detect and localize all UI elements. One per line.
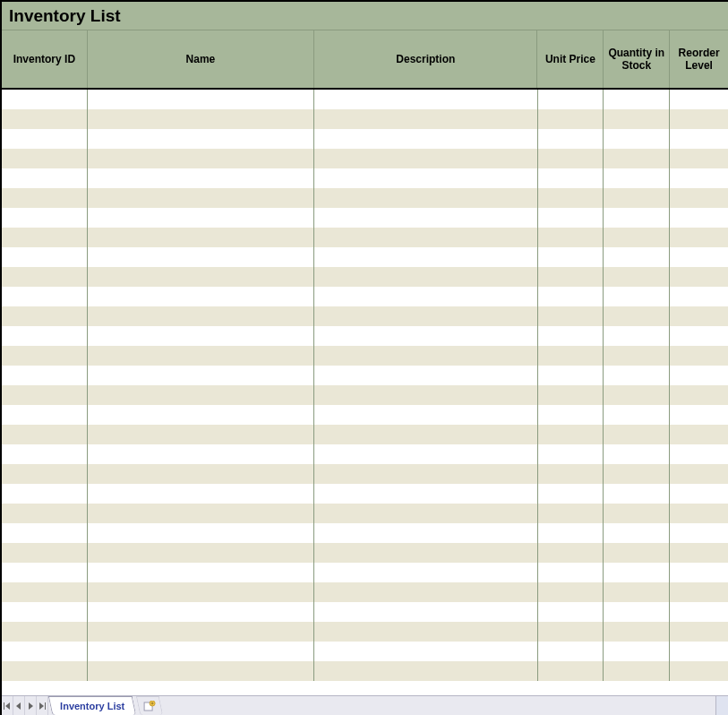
table-cell[interactable]: [604, 228, 670, 247]
table-cell[interactable]: [604, 444, 670, 464]
table-cell[interactable]: [670, 622, 728, 642]
table-cell[interactable]: [670, 484, 728, 504]
table-cell[interactable]: [538, 444, 604, 464]
table-row[interactable]: [2, 661, 728, 681]
table-cell[interactable]: [604, 523, 670, 543]
table-cell[interactable]: [604, 622, 670, 642]
table-cell[interactable]: [604, 267, 670, 287]
table-cell[interactable]: [604, 642, 670, 661]
table-cell[interactable]: [670, 582, 728, 602]
table-cell[interactable]: [604, 90, 670, 109]
table-cell[interactable]: [2, 444, 88, 464]
table-cell[interactable]: [2, 287, 88, 306]
table-cell[interactable]: [2, 247, 88, 267]
table-row[interactable]: [2, 129, 728, 149]
table-row[interactable]: [2, 267, 728, 287]
table-cell[interactable]: [670, 504, 728, 523]
col-header-unit-price[interactable]: Unit Price: [537, 30, 604, 88]
table-cell[interactable]: [2, 484, 88, 504]
tab-nav-last-icon[interactable]: [37, 696, 48, 715]
table-cell[interactable]: [2, 642, 88, 661]
table-row[interactable]: [2, 346, 728, 366]
table-cell[interactable]: [604, 109, 670, 129]
table-row[interactable]: [2, 484, 728, 504]
table-cell[interactable]: [538, 109, 604, 129]
table-cell[interactable]: [2, 582, 88, 602]
table-cell[interactable]: [314, 543, 537, 563]
table-cell[interactable]: [670, 267, 728, 287]
tab-nav-prev-icon[interactable]: [13, 696, 25, 715]
table-cell[interactable]: [314, 523, 537, 543]
table-cell[interactable]: [2, 346, 88, 366]
table-cell[interactable]: [88, 425, 314, 444]
table-cell[interactable]: [314, 247, 537, 267]
table-cell[interactable]: [88, 306, 314, 326]
table-cell[interactable]: [2, 602, 88, 622]
table-cell[interactable]: [2, 405, 88, 425]
table-cell[interactable]: [670, 464, 728, 484]
table-cell[interactable]: [538, 543, 604, 563]
table-cell[interactable]: [604, 188, 670, 208]
table-cell[interactable]: [314, 149, 537, 168]
table-row[interactable]: [2, 109, 728, 129]
table-cell[interactable]: [2, 385, 88, 405]
table-cell[interactable]: [88, 543, 314, 563]
table-cell[interactable]: [314, 582, 537, 602]
table-row[interactable]: [2, 188, 728, 208]
table-cell[interactable]: [670, 405, 728, 425]
table-cell[interactable]: [538, 208, 604, 228]
table-cell[interactable]: [2, 208, 88, 228]
table-cell[interactable]: [604, 582, 670, 602]
table-cell[interactable]: [604, 129, 670, 149]
table-cell[interactable]: [604, 247, 670, 267]
table-cell[interactable]: [88, 405, 314, 425]
table-cell[interactable]: [670, 228, 728, 247]
table-cell[interactable]: [314, 563, 537, 582]
table-cell[interactable]: [88, 385, 314, 405]
col-header-name[interactable]: Name: [88, 30, 314, 88]
horizontal-scrollbar-stub[interactable]: [715, 696, 728, 715]
table-row[interactable]: [2, 287, 728, 306]
table-cell[interactable]: [538, 306, 604, 326]
col-header-reorder-level[interactable]: Reorder Level: [670, 30, 728, 88]
table-cell[interactable]: [538, 168, 604, 188]
table-row[interactable]: [2, 228, 728, 247]
table-row[interactable]: [2, 326, 728, 346]
table-cell[interactable]: [538, 346, 604, 366]
table-cell[interactable]: [604, 563, 670, 582]
table-cell[interactable]: [604, 385, 670, 405]
table-cell[interactable]: [538, 582, 604, 602]
table-cell[interactable]: [2, 267, 88, 287]
table-cell[interactable]: [314, 90, 537, 109]
table-cell[interactable]: [538, 523, 604, 543]
table-cell[interactable]: [538, 287, 604, 306]
table-cell[interactable]: [2, 563, 88, 582]
table-cell[interactable]: [670, 661, 728, 681]
table-cell[interactable]: [538, 366, 604, 385]
table-cell[interactable]: [538, 90, 604, 109]
table-cell[interactable]: [670, 346, 728, 366]
table-cell[interactable]: [604, 602, 670, 622]
table-cell[interactable]: [604, 168, 670, 188]
table-cell[interactable]: [314, 129, 537, 149]
table-cell[interactable]: [2, 168, 88, 188]
table-cell[interactable]: [670, 188, 728, 208]
table-cell[interactable]: [670, 109, 728, 129]
table-cell[interactable]: [2, 149, 88, 168]
table-cell[interactable]: [314, 602, 537, 622]
table-cell[interactable]: [604, 504, 670, 523]
tab-nav-next-icon[interactable]: [25, 696, 37, 715]
table-cell[interactable]: [604, 661, 670, 681]
table-cell[interactable]: [2, 228, 88, 247]
table-cell[interactable]: [604, 464, 670, 484]
table-row[interactable]: [2, 247, 728, 267]
table-cell[interactable]: [604, 405, 670, 425]
table-cell[interactable]: [2, 464, 88, 484]
table-cell[interactable]: [314, 168, 537, 188]
table-cell[interactable]: [314, 188, 537, 208]
table-cell[interactable]: [670, 247, 728, 267]
table-cell[interactable]: [670, 90, 728, 109]
new-worksheet-button[interactable]: [136, 696, 163, 715]
table-cell[interactable]: [88, 208, 314, 228]
table-cell[interactable]: [88, 267, 314, 287]
